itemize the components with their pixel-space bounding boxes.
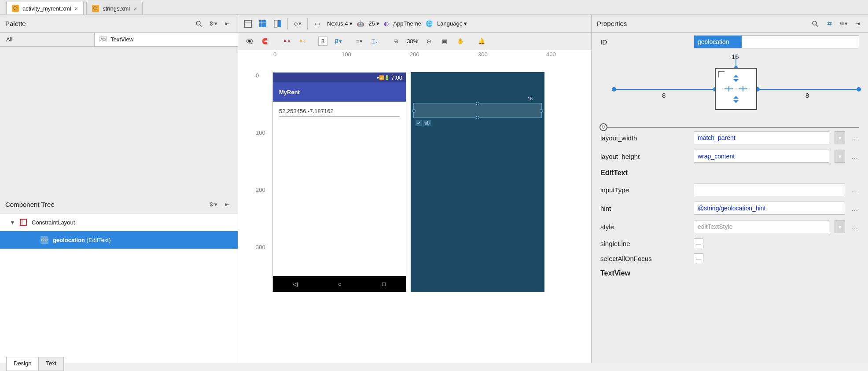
- bias-slider-handle[interactable]: 0: [600, 123, 607, 131]
- svg-point-11: [813, 21, 817, 25]
- guideline-icon[interactable]: ⌶▾: [370, 36, 380, 47]
- tab-text[interactable]: Text: [39, 357, 64, 371]
- palette-empty-area: [0, 47, 238, 196]
- close-icon[interactable]: ×: [133, 5, 137, 12]
- search-icon[interactable]: [194, 18, 204, 29]
- app-bar: MyRent: [273, 82, 406, 102]
- dropdown-icon[interactable]: ▾: [835, 150, 845, 163]
- constraint-left-value[interactable]: 8: [662, 92, 666, 99]
- properties-title: Properties: [597, 20, 627, 27]
- design-surface: ◇▾ ▭ Nexus 4 ▾ 🤖 25 ▾ ◐ AppTheme 🌐 Langu…: [238, 15, 592, 363]
- file-tab-strings[interactable]: strings.xml ×: [86, 2, 143, 15]
- nav-bar: ◁○□: [273, 276, 406, 292]
- properties-header: Properties ⇆ ⚙▾ ⇥: [592, 15, 868, 33]
- tab-label: strings.xml: [103, 5, 130, 12]
- autoconnect-icon[interactable]: 🧲: [260, 36, 271, 47]
- infer-constraints-icon[interactable]: ✦+: [297, 36, 308, 47]
- svg-rect-10: [278, 20, 281, 27]
- collapse-icon[interactable]: ⇥: [852, 18, 863, 29]
- singleline-checkbox[interactable]: —: [694, 239, 703, 248]
- xml-file-icon: [92, 5, 99, 12]
- selectall-checkbox[interactable]: —: [694, 253, 703, 263]
- pan-icon[interactable]: ✋: [455, 36, 466, 47]
- svg-point-0: [196, 21, 200, 25]
- default-margin[interactable]: 8: [318, 37, 327, 46]
- orientation-icon[interactable]: ◇▾: [292, 18, 303, 29]
- edittext-icon: abc: [40, 236, 48, 244]
- prop-layout-width-row: layout_width ▾ …: [592, 129, 868, 147]
- notification-icon[interactable]: 🔔: [476, 36, 487, 47]
- expand-arrow-icon[interactable]: ▼: [10, 219, 15, 226]
- blueprint-preview[interactable]: 16 ⤢ ab: [411, 72, 544, 292]
- file-tab-activity[interactable]: activity_myrent.xml ×: [6, 2, 84, 15]
- tab-design[interactable]: Design: [7, 357, 39, 371]
- palette-item-textview[interactable]: Ab TextView: [95, 33, 238, 46]
- clear-constraints-icon[interactable]: ✦×: [281, 36, 292, 47]
- prop-inputtype-row: inputType …: [592, 180, 868, 199]
- layout-height-input[interactable]: [694, 150, 829, 163]
- layout-width-input[interactable]: [694, 131, 829, 144]
- language-icon: 🌐: [426, 20, 433, 27]
- more-icon[interactable]: …: [850, 223, 859, 231]
- prop-singleline-row: singleLine —: [592, 236, 868, 251]
- dropdown-icon[interactable]: ▾: [835, 131, 845, 144]
- zoom-in-icon[interactable]: ⊕: [423, 36, 434, 47]
- svg-rect-2: [20, 219, 26, 225]
- swap-icon[interactable]: ⇆: [824, 18, 835, 29]
- hint-input[interactable]: [694, 202, 845, 215]
- more-icon[interactable]: …: [850, 153, 859, 160]
- constraint-widget[interactable]: 16 8 8 0: [600, 55, 859, 125]
- design-view-icon[interactable]: [243, 18, 253, 29]
- more-icon[interactable]: …: [850, 205, 859, 212]
- device-preview[interactable]: ▾📶🔋 7:00 MyRent 52.253456,-7.187162 ◁○□: [272, 72, 406, 292]
- zoom-level[interactable]: 38%: [407, 38, 418, 44]
- search-icon[interactable]: [810, 18, 820, 29]
- pack-icon[interactable]: ⇵▾: [333, 36, 343, 47]
- tab-label: activity_myrent.xml: [22, 5, 71, 12]
- file-tabs: activity_myrent.xml × strings.xml ×: [0, 0, 868, 15]
- api-selector[interactable]: 25 ▾: [368, 20, 379, 27]
- style-input[interactable]: [694, 220, 829, 233]
- constraint-box-icon[interactable]: [715, 68, 757, 110]
- collapse-icon[interactable]: ⇤: [222, 199, 232, 210]
- preview-geolocation-field[interactable]: 52.253456,-7.187162: [279, 108, 400, 117]
- prop-label: singleLine: [600, 240, 688, 247]
- canvas[interactable]: 0 100 200 300 400 0 100 200 300 ▾📶🔋 7:00…: [238, 50, 591, 363]
- collapse-icon[interactable]: ⇤: [222, 18, 232, 29]
- both-view-icon[interactable]: [272, 18, 283, 29]
- constraint-right-value[interactable]: 8: [805, 92, 809, 99]
- zoom-fit-icon[interactable]: ▣: [439, 36, 450, 47]
- bp-baseline-icon[interactable]: ab: [423, 120, 431, 126]
- close-icon[interactable]: ×: [75, 5, 78, 12]
- blueprint-view-icon[interactable]: [257, 18, 268, 29]
- bp-margin-label: 16: [528, 96, 533, 101]
- align-icon[interactable]: ≡▾: [354, 36, 364, 47]
- inputtype-input[interactable]: [694, 183, 845, 196]
- palette-body: All Ab TextView: [0, 33, 238, 47]
- bp-expand-icon[interactable]: ⤢: [416, 120, 422, 126]
- theme-selector[interactable]: AppTheme: [393, 20, 421, 27]
- prop-label: layout_width: [600, 134, 688, 142]
- hide-icon[interactable]: 👁‍🗨: [244, 36, 255, 47]
- prop-id-input[interactable]: [694, 35, 859, 48]
- design-toolbar: ◇▾ ▭ Nexus 4 ▾ 🤖 25 ▾ ◐ AppTheme 🌐 Langu…: [238, 15, 591, 33]
- device-selector[interactable]: Nexus 4 ▾: [327, 20, 353, 27]
- svg-rect-9: [274, 20, 277, 27]
- gear-icon[interactable]: ⚙▾: [208, 18, 218, 29]
- tree-geolocation[interactable]: abc geolocation (EditText): [0, 231, 238, 249]
- properties-panel: Properties ⇆ ⚙▾ ⇥ ID /* overlay selectio…: [592, 15, 868, 363]
- dropdown-icon[interactable]: ▾: [835, 220, 845, 233]
- prop-label: selectAllOnFocus: [600, 255, 688, 262]
- language-selector[interactable]: Language ▾: [437, 20, 467, 27]
- more-icon[interactable]: …: [850, 134, 859, 142]
- blueprint-selected-edittext[interactable]: 16 ⤢ ab: [413, 103, 542, 118]
- prop-id-row: ID: [592, 33, 868, 51]
- gear-icon[interactable]: ⚙▾: [208, 199, 218, 210]
- zoom-out-icon[interactable]: ⊖: [391, 36, 401, 47]
- more-icon[interactable]: …: [850, 186, 859, 194]
- gear-icon[interactable]: ⚙▾: [838, 18, 849, 29]
- tree-constraintlayout[interactable]: ▼ ConstraintLayout: [0, 213, 238, 231]
- svg-line-1: [200, 25, 202, 26]
- palette-category[interactable]: All: [0, 33, 95, 46]
- constraint-top-value[interactable]: 16: [732, 53, 739, 60]
